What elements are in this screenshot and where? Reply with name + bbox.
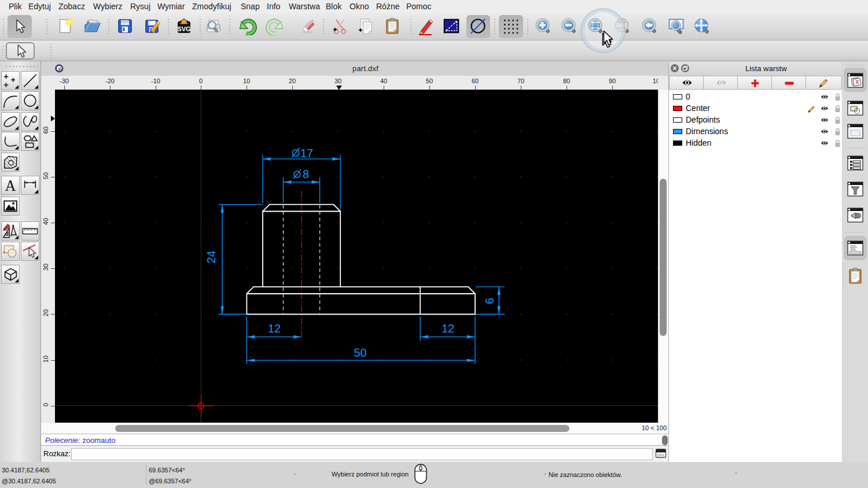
svg-text:24: 24: [205, 250, 218, 263]
svg-text:A: A: [5, 178, 16, 194]
svg-text:SVG: SVG: [177, 25, 190, 32]
svg-text:50: 50: [354, 346, 366, 359]
svg-text:17: 17: [300, 147, 313, 160]
svg-text:8: 8: [303, 168, 309, 180]
svg-text:6: 6: [483, 298, 496, 304]
svg-text:12: 12: [442, 322, 454, 335]
svg-text:12: 12: [268, 322, 281, 335]
